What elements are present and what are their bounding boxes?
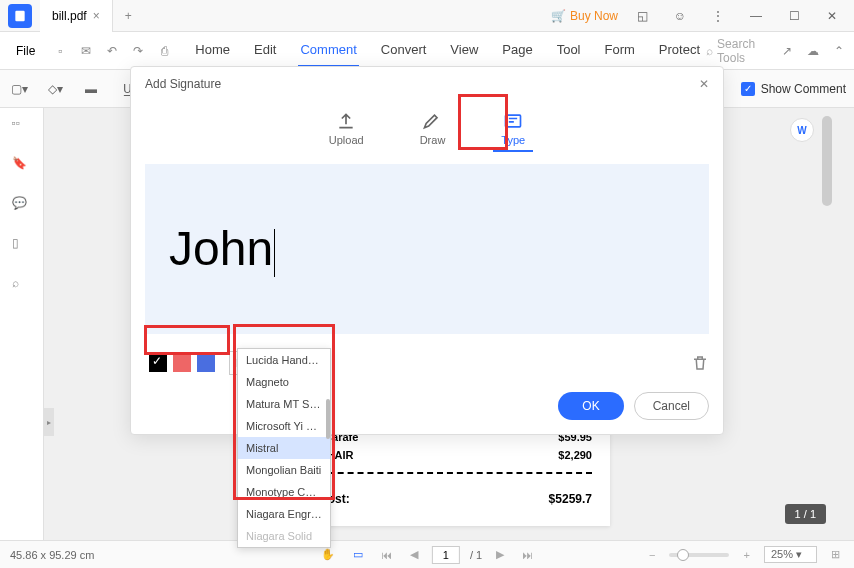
dialog-title: Add Signature <box>145 77 221 91</box>
font-option[interactable]: Magneto <box>238 371 330 393</box>
scrollbar-thumb[interactable] <box>822 116 832 206</box>
tab-title: bill.pdf <box>52 9 87 23</box>
divider <box>288 472 592 474</box>
document-tab[interactable]: bill.pdf × <box>40 0 113 32</box>
app-icon <box>8 4 32 28</box>
font-option[interactable]: Matura MT Scrip... <box>238 393 330 415</box>
user-icon[interactable]: ☺ <box>666 2 694 30</box>
maximize-button[interactable]: ☐ <box>780 2 808 30</box>
color-swatch-blue[interactable] <box>197 354 215 372</box>
attachment-panel-icon[interactable]: ▯ <box>12 236 32 256</box>
prev-page-icon[interactable]: ◀ <box>406 548 422 561</box>
close-window-button[interactable]: ✕ <box>818 2 846 30</box>
highlight-tool-icon[interactable]: ▬ <box>80 78 102 100</box>
thumbnails-icon[interactable]: ▫▫ <box>12 116 32 136</box>
tab-home[interactable]: Home <box>193 34 232 67</box>
zoom-out-icon[interactable]: − <box>645 549 659 561</box>
draw-icon <box>422 111 442 131</box>
tab-page[interactable]: Page <box>500 34 534 67</box>
trash-icon[interactable] <box>691 354 709 372</box>
font-option[interactable]: Microsoft Yi Baiti <box>238 415 330 437</box>
dialog-close-icon[interactable]: ✕ <box>699 77 709 91</box>
signature-tab-type[interactable]: Type <box>493 107 533 152</box>
search-panel-icon[interactable]: ⌕ <box>12 276 32 296</box>
color-swatch-black[interactable] <box>149 354 167 372</box>
page-number-input[interactable] <box>432 546 460 564</box>
last-page-icon[interactable]: ⏭ <box>518 549 537 561</box>
total-row: Total Cost: $5259.7 <box>288 482 592 516</box>
add-tab-button[interactable]: + <box>113 9 144 23</box>
ok-button[interactable]: OK <box>558 392 623 420</box>
font-option[interactable]: Niagara Solid <box>238 525 330 547</box>
first-page-icon[interactable]: ⏮ <box>377 549 396 561</box>
share-icon[interactable]: ↗ <box>780 42 794 60</box>
bookmark-icon[interactable]: 🔖 <box>12 156 32 176</box>
cart-icon: 🛒 <box>551 9 566 23</box>
file-menu[interactable]: File <box>8 40 43 62</box>
vertical-scrollbar[interactable] <box>822 116 832 516</box>
coordinates-label: 45.86 x 95.29 cm <box>10 549 94 561</box>
text-cursor <box>274 229 275 277</box>
cloud-icon[interactable]: ☁ <box>806 42 820 60</box>
mail-icon[interactable]: ✉ <box>77 42 95 60</box>
show-comment-label: Show Comment <box>761 82 846 96</box>
tab-tool[interactable]: Tool <box>555 34 583 67</box>
show-comment-checkbox[interactable]: ✓ <box>741 82 755 96</box>
minimize-button[interactable]: — <box>742 2 770 30</box>
color-swatch-red[interactable] <box>173 354 191 372</box>
redo-icon[interactable]: ↷ <box>129 42 147 60</box>
tab-form[interactable]: Form <box>603 34 637 67</box>
type-icon <box>503 111 523 131</box>
font-option[interactable]: Niagara Engraved <box>238 503 330 525</box>
tab-protect[interactable]: Protect <box>657 34 702 67</box>
tab-edit[interactable]: Edit <box>252 34 278 67</box>
shape-tool-icon[interactable]: ◇▾ <box>44 78 66 100</box>
tab-view[interactable]: View <box>448 34 480 67</box>
font-option[interactable]: Lucida Handwrit... <box>238 349 330 371</box>
close-tab-icon[interactable]: × <box>93 9 100 23</box>
comment-panel-icon[interactable]: 💬 <box>12 196 32 216</box>
print-icon[interactable]: ⎙ <box>155 42 173 60</box>
next-page-icon[interactable]: ▶ <box>492 548 508 561</box>
tab-convert[interactable]: Convert <box>379 34 429 67</box>
signature-preview-text: John <box>169 221 275 278</box>
tab-comment[interactable]: Comment <box>298 34 358 67</box>
select-tool-icon[interactable]: ▭ <box>349 548 367 561</box>
cancel-button[interactable]: Cancel <box>634 392 709 420</box>
table-row: NING CHAIR $2,290 <box>288 446 592 464</box>
signature-tab-draw[interactable]: Draw <box>412 107 454 152</box>
search-tools[interactable]: ⌕ Search Tools <box>706 37 768 65</box>
font-option[interactable]: Mistral <box>238 437 330 459</box>
word-export-icon[interactable]: W <box>790 118 814 142</box>
buy-now-link[interactable]: 🛒 Buy Now <box>551 9 618 23</box>
add-signature-dialog: Add Signature ✕ Upload Draw Type John Mi… <box>130 66 724 435</box>
zoom-in-icon[interactable]: + <box>739 549 753 561</box>
zoom-select[interactable]: 25% ▾ <box>764 546 817 563</box>
signature-tab-upload[interactable]: Upload <box>321 107 372 152</box>
page-indicator-badge: 1 / 1 <box>785 504 826 524</box>
svg-rect-0 <box>15 10 24 21</box>
font-option[interactable]: Mongolian Baiti <box>238 459 330 481</box>
note-tool-icon[interactable]: ▢▾ <box>8 78 30 100</box>
undo-icon[interactable]: ↶ <box>103 42 121 60</box>
search-icon: ⌕ <box>706 44 713 58</box>
page-total-label: / 1 <box>470 549 482 561</box>
notification-icon[interactable]: ◱ <box>628 2 656 30</box>
zoom-thumb[interactable] <box>677 549 689 561</box>
more-icon[interactable]: ⋮ <box>704 2 732 30</box>
save-icon[interactable]: ▫ <box>51 42 69 60</box>
signature-canvas[interactable]: John <box>145 164 709 334</box>
font-option[interactable]: Monotype Corsiva <box>238 481 330 503</box>
zoom-slider[interactable] <box>669 553 729 557</box>
collapse-ribbon-icon[interactable]: ⌃ <box>832 42 846 60</box>
font-dropdown: Lucida Handwrit... Magneto Matura MT Scr… <box>237 348 331 548</box>
color-swatches <box>145 350 219 376</box>
dropdown-scrollbar[interactable] <box>326 399 330 439</box>
upload-icon <box>336 111 356 131</box>
hand-tool-icon[interactable]: ✋ <box>317 548 339 561</box>
fit-page-icon[interactable]: ⊞ <box>827 548 844 561</box>
